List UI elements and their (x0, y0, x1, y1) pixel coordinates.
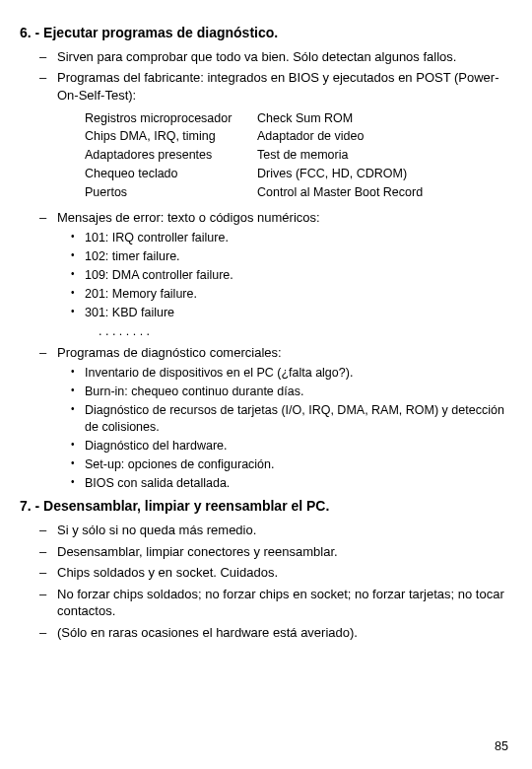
post-item: Registros microprocesador (85, 110, 257, 127)
list-item: Diagnóstico de recursos de tarjetas (I/O… (85, 402, 512, 436)
list-item: 109: DMA controller failure. (85, 267, 512, 284)
post-item: Check Sum ROM (257, 110, 454, 127)
list-item: Burn-in: chequeo continuo durante días. (85, 384, 512, 400)
bullet-text: Sirven para comprobar que todo va bien. … (57, 48, 512, 66)
list-item: Set-up: opciones de configuración. (85, 456, 512, 473)
post-item: Test de memoria (257, 147, 454, 164)
bullet-text: Programas de diagnóstico comerciales: (57, 344, 512, 362)
list-item: 201: Memory failure. (85, 286, 512, 303)
post-item: Control al Master Boot Record (257, 184, 454, 201)
post-item: Chequeo teclado (85, 166, 257, 182)
bullet-text: Mensajes de error: texto o códigos numér… (57, 209, 512, 227)
post-item: Drives (FCC, HD, CDROM) (257, 166, 454, 182)
post-item: Puertos (85, 184, 257, 201)
post-item: Chips DMA, IRQ, timing (85, 128, 257, 145)
ellipsis: . . . . . . . . (85, 323, 512, 340)
post-columns: Registros microprocesador Chips DMA, IRQ… (57, 108, 512, 203)
page-number: 85 (495, 738, 508, 755)
section-6-heading: 6. - Ejecutar programas de diagnóstico. (20, 24, 512, 42)
post-col-left: Registros microprocesador Chips DMA, IRQ… (85, 108, 257, 203)
bullet-text: Programas del fabricante: integrados en … (57, 69, 512, 104)
list-item: Inventario de dispositivos en el PC (¿fa… (85, 365, 512, 382)
post-item: Adaptador de video (257, 128, 454, 145)
list-item: BIOS con salida detallada. (85, 475, 512, 492)
post-item: Adaptadores presentes (85, 147, 257, 164)
post-col-right: Check Sum ROM Adaptador de video Test de… (257, 108, 454, 203)
list-item: 102: timer failure. (85, 248, 512, 265)
section-7-list: Si y sólo si no queda más remedio. Desen… (20, 522, 512, 641)
section-7-heading: 7. - Desensamblar, limpiar y reensamblar… (20, 497, 512, 516)
bullet-text: Chips soldados y en socket. Cuidados. (57, 564, 512, 582)
section-6-list: Sirven para comprobar que todo va bien. … (20, 48, 512, 491)
bullet-text: (Sólo en raras ocasiones el hardware est… (57, 624, 512, 642)
error-list: 101: IRQ controller failure. 102: timer … (57, 230, 512, 339)
list-item: 301: KBD failure (85, 305, 512, 321)
bullet-text: No forzar chips soldados; no forzar chip… (57, 586, 512, 620)
bullet-text: Si y sólo si no queda más remedio. (57, 522, 512, 539)
commercial-list: Inventario de dispositivos en el PC (¿fa… (57, 365, 512, 491)
bullet-text: Desensamblar, limpiar conectores y reens… (57, 543, 512, 561)
list-item: 101: IRQ controller failure. (85, 230, 512, 246)
list-item: Diagnóstico del hardware. (85, 438, 512, 454)
